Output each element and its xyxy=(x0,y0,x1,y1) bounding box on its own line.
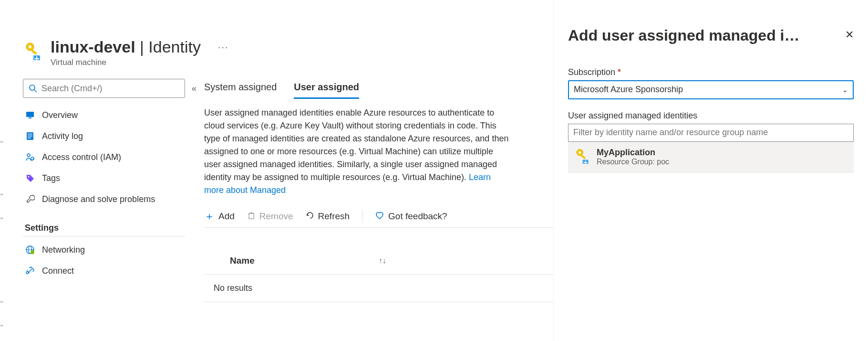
svg-point-12 xyxy=(27,154,30,157)
rail-caret[interactable]: › xyxy=(0,193,5,195)
svg-rect-10 xyxy=(28,136,32,137)
search-input-wrapper[interactable] xyxy=(23,79,185,98)
globe-icon xyxy=(25,245,35,255)
rail-caret[interactable]: › xyxy=(0,325,5,327)
svg-rect-2 xyxy=(31,49,37,55)
sidebar-item-label: Access control (IAM) xyxy=(42,152,121,162)
sidebar-item-label: Activity log xyxy=(42,131,83,141)
blade-title: Add user assigned managed i… xyxy=(568,27,799,44)
identity-filter-input[interactable] xyxy=(568,124,854,142)
svg-line-14 xyxy=(31,158,34,161)
svg-rect-25 xyxy=(580,154,586,159)
tab-system-assigned[interactable]: System assigned xyxy=(204,82,277,99)
resource-type: Virtual machine xyxy=(51,58,229,67)
svg-point-24 xyxy=(579,151,581,153)
svg-point-4 xyxy=(30,85,35,90)
plus-icon: ＋ xyxy=(204,209,215,224)
svg-rect-6 xyxy=(26,112,34,117)
page-title: linux-devel | Identity xyxy=(51,38,201,56)
section-title: Identity xyxy=(148,38,201,56)
sidebar-item-label: Overview xyxy=(42,110,78,120)
identity-result-item[interactable]: MyApplication Resource Group: poc xyxy=(568,142,854,172)
identities-label: User assigned managed identities xyxy=(568,111,854,121)
identity-name: MyApplication xyxy=(597,148,669,158)
svg-point-19 xyxy=(31,250,34,254)
search-icon xyxy=(28,84,38,93)
people-icon xyxy=(25,152,35,162)
key-icon xyxy=(574,148,590,166)
sidebar-item-tags[interactable]: Tags xyxy=(23,168,204,189)
resource-name: linux-devel xyxy=(51,38,135,56)
sidebar-section-settings: Settings xyxy=(23,223,204,233)
subscription-value: Microsoft Azure Sponsorship xyxy=(574,85,683,95)
sidebar-item-iam[interactable]: Access control (IAM) xyxy=(23,147,204,168)
sidebar-item-label: Networking xyxy=(42,245,85,255)
svg-rect-7 xyxy=(29,117,31,118)
sidebar-item-networking[interactable]: Networking xyxy=(23,239,204,260)
required-asterisk: * xyxy=(618,67,621,77)
collapse-sidebar-icon[interactable]: « xyxy=(192,84,196,94)
identity-resource-group: Resource Group: poc xyxy=(597,158,669,166)
svg-rect-9 xyxy=(28,134,32,135)
tab-user-assigned[interactable]: User assigned xyxy=(294,82,359,99)
heart-icon xyxy=(375,211,384,223)
col-name[interactable]: Name xyxy=(230,256,255,266)
wrench-icon xyxy=(25,194,35,204)
more-menu-icon[interactable]: ··· xyxy=(218,42,229,53)
log-icon xyxy=(25,131,35,141)
sidebar-item-activity-log[interactable]: Activity log xyxy=(23,126,204,147)
add-button[interactable]: ＋ Add xyxy=(204,209,235,224)
svg-line-5 xyxy=(34,90,37,92)
connect-icon xyxy=(25,266,35,276)
rail-caret[interactable]: › xyxy=(0,301,5,303)
rail-caret[interactable]: › xyxy=(0,217,5,219)
tag-icon xyxy=(25,173,35,183)
add-identity-blade: Add user assigned managed i… ✕ Subscript… xyxy=(553,0,868,341)
svg-rect-11 xyxy=(28,138,31,139)
toolbar-separator xyxy=(362,210,362,223)
refresh-button[interactable]: Refresh xyxy=(306,211,350,222)
rail-caret[interactable]: › xyxy=(0,141,5,143)
divider xyxy=(23,236,185,236)
close-icon[interactable]: ✕ xyxy=(845,29,854,41)
sidebar-item-label: Diagnose and solve problems xyxy=(42,194,155,204)
sidebar-item-label: Tags xyxy=(42,173,60,183)
subscription-label: Subscription * xyxy=(568,67,854,77)
trash-icon xyxy=(247,211,256,222)
feedback-button[interactable]: Got feedback? xyxy=(375,211,447,223)
monitor-icon xyxy=(25,110,35,120)
chevron-down-icon: ⌄ xyxy=(842,86,848,94)
key-icon xyxy=(23,41,42,60)
sidebar-item-overview[interactable]: Overview xyxy=(23,105,204,126)
svg-point-1 xyxy=(29,45,31,48)
refresh-icon xyxy=(306,211,314,222)
sidebar-item-label: Connect xyxy=(42,266,74,276)
svg-point-15 xyxy=(28,176,30,178)
svg-rect-20 xyxy=(249,213,254,219)
identity-description: User assigned managed identities enable … xyxy=(204,107,509,197)
sidebar-item-connect[interactable]: Connect xyxy=(23,260,204,281)
search-input[interactable] xyxy=(41,84,180,94)
subscription-select[interactable]: Microsoft Azure Sponsorship ⌄ xyxy=(568,80,854,99)
sidebar: « Overview Activity log Access control (… xyxy=(23,79,204,302)
sidebar-item-diagnose[interactable]: Diagnose and solve problems xyxy=(23,189,204,210)
remove-button: Remove xyxy=(247,211,293,222)
left-rail: › › › › › xyxy=(0,0,7,341)
sort-icon[interactable]: ↑↓ xyxy=(379,256,386,265)
